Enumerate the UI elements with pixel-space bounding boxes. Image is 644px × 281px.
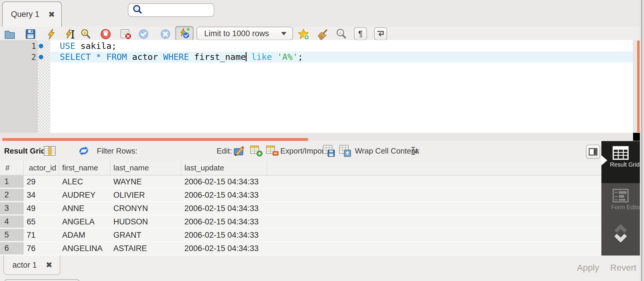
search-icon [133,4,143,16]
active-panel-arrow-icon [601,155,607,165]
cell[interactable]: ADAM [59,229,110,241]
apply-button[interactable]: Apply [572,260,604,276]
open-file-icon[interactable] [4,28,15,40]
cell[interactable]: 71 [24,229,59,241]
cell[interactable]: CRONYN [110,202,181,215]
cell[interactable]: 2006-02-15 04:34:33 [181,202,267,215]
row-number[interactable]: 1 [0,175,24,188]
table-row[interactable]: 234AUDREYOLIVIER2006-02-15 04:34:33 [0,189,601,202]
show-invisibles-icon[interactable]: ¶ [354,27,367,40]
export-icon[interactable] [323,141,336,161]
import-icon[interactable] [339,141,352,161]
cell[interactable]: 29 [24,175,59,188]
sql-editor[interactable]: 1USE sakila;2SELECT * FROM actor WHERE f… [0,40,633,133]
close-icon[interactable]: ✖ [46,260,53,270]
cell[interactable]: ALEC [59,175,110,188]
cell[interactable]: HUDSON [110,215,181,228]
column-header-filler [267,161,601,175]
limit-rows-dropdown[interactable]: Limit to 1000 rows [197,27,293,40]
save-snippet-icon[interactable] [298,28,309,40]
form-editor-view-button[interactable]: Form Editor [601,183,640,256]
cell[interactable]: ANGELINA [59,242,110,255]
result-grid-table[interactable]: #actor_idfirst_namelast_namelast_update … [0,161,601,256]
cell[interactable]: 2006-02-15 04:34:33 [181,242,267,255]
delete-row-icon[interactable] [266,141,279,161]
cell[interactable]: 65 [24,215,59,228]
cell[interactable]: GRANT [110,229,181,241]
row-number[interactable]: 3 [0,202,24,215]
chevron-down-icon[interactable] [601,233,640,242]
column-header[interactable]: actor_id [24,161,59,175]
scrollbar-thumb[interactable] [637,41,640,132]
row-filler [267,215,601,228]
column-header[interactable]: first_name [59,161,110,175]
stop-icon[interactable] [100,28,111,40]
cell[interactable]: WAYNE [110,175,181,188]
wrap-content-icon[interactable]: A [410,141,420,161]
cell[interactable]: 2006-02-15 04:34:33 [181,215,267,228]
table-row[interactable]: 349ANNECRONYN2006-02-15 04:34:33 [0,202,601,215]
table-row[interactable]: 129ALECWAYNE2006-02-15 04:34:33 [0,175,601,189]
column-header[interactable]: # [0,161,24,175]
toggle-wrap-icon[interactable] [374,27,387,40]
find-icon[interactable]: A [336,28,347,40]
save-icon[interactable] [25,28,36,40]
toggle-stop-on-error-icon[interactable] [120,28,131,40]
close-icon[interactable]: ✖ [48,10,55,19]
table-row[interactable]: 465ANGELAHUDSON2006-02-15 04:34:33 [0,215,601,229]
beautify-icon[interactable] [317,28,328,40]
search-input[interactable] [143,6,214,15]
chevron-up-icon[interactable] [601,211,640,233]
editor-line[interactable]: 2SELECT * FROM actor WHERE first_name li… [0,52,633,63]
row-number[interactable]: 4 [0,215,24,228]
editor-line[interactable]: 1USE sakila; [0,41,633,52]
filter-rows-label: Filter Rows: [97,146,137,156]
row-filler [267,242,601,255]
tab-actor-1[interactable]: actor 1 ✖ [4,256,60,275]
statement-marker-icon [39,44,43,48]
result-grid-icon [44,141,56,161]
editor-vertical-scrollbar[interactable] [633,40,640,133]
cell[interactable]: ANGELA [59,215,110,228]
row-number[interactable]: 5 [0,229,24,241]
tab-label: Query 1 [11,10,39,19]
cell[interactable]: 49 [24,202,59,215]
row-number[interactable]: 6 [0,242,24,255]
cell[interactable]: OLIVIER [110,189,181,201]
column-header[interactable]: last_update [181,161,267,175]
cell[interactable]: 76 [24,242,59,255]
result-tab-bar: actor 1 ✖ Apply Revert [0,256,640,281]
result-grid-view-button[interactable]: Result Grid [601,141,640,183]
table-row[interactable]: 676ANGELINAASTAIRE2006-02-15 04:34:33 [0,242,601,256]
scrollbar-thumb[interactable] [2,138,308,141]
revert-button[interactable]: Revert [606,260,641,276]
form-editor-view-label: Form Editor [601,203,644,211]
tab-query-1[interactable]: Query 1 ✖ [2,1,62,27]
filter-rows-searchbox[interactable] [128,3,214,17]
editor-horizontal-scrollbar[interactable] [0,133,633,141]
panel-toggle-icon[interactable] [586,145,600,159]
cell[interactable]: ANNE [59,202,110,215]
cell[interactable]: 2006-02-15 04:34:33 [181,229,267,241]
query-tab-bar: Query 1 ✖ [0,0,644,27]
cell[interactable]: AUDREY [59,189,110,201]
explain-icon[interactable] [80,28,91,40]
commit-icon[interactable] [138,28,149,40]
cell[interactable]: 2006-02-15 04:34:33 [181,175,267,188]
column-header[interactable]: last_name [110,161,181,175]
execute-current-statement-icon[interactable] [65,28,76,40]
cell[interactable]: 34 [24,189,59,201]
refresh-icon[interactable] [78,141,90,161]
statement-marker-icon [39,55,43,59]
line-number: 2 [0,52,50,63]
add-row-icon[interactable] [250,141,263,161]
cell[interactable]: 2006-02-15 04:34:33 [181,189,267,201]
cell[interactable]: ASTAIRE [110,242,181,255]
scrollbar-corner [633,133,640,141]
toggle-autocommit-icon[interactable] [175,26,194,41]
rollback-icon[interactable] [160,28,171,40]
execute-icon[interactable] [46,28,57,40]
row-number[interactable]: 2 [0,189,24,201]
edit-pencil-icon[interactable] [233,141,246,161]
table-row[interactable]: 571ADAMGRANT2006-02-15 04:34:33 [0,229,601,242]
